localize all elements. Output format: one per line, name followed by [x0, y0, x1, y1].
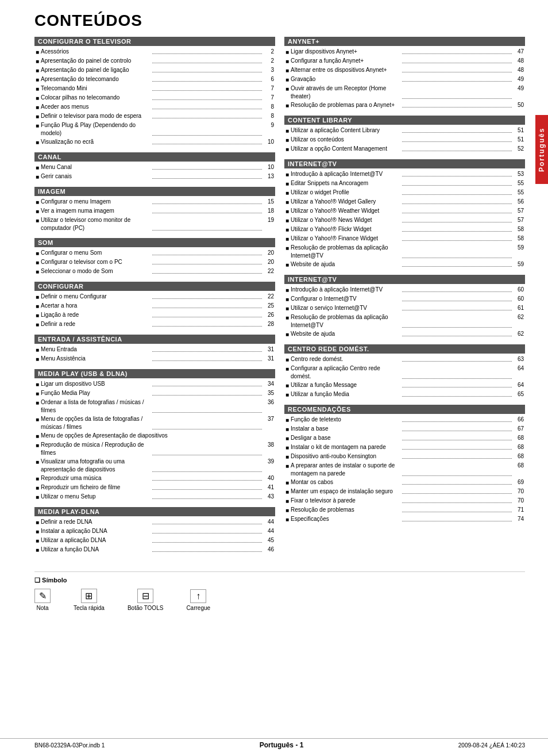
- item-dots: [402, 488, 512, 494]
- bullet-icon: ■: [285, 356, 289, 364]
- item-page: 40: [264, 474, 274, 482]
- list-item: ■Website de ajuda59: [285, 260, 524, 269]
- item-label: Utilizar a função Message: [291, 381, 400, 389]
- item-page: 67: [514, 425, 524, 433]
- list-item: ■Configurar o menu Som20: [36, 249, 274, 258]
- bullet-icon: ■: [36, 67, 39, 75]
- bullet-icon: ■: [36, 528, 39, 536]
- section-items-entrada-assistencia: ■Menu Entrada31■Menu Assistência31: [34, 346, 275, 363]
- item-label: A preparar antes de instalar o suporte d…: [291, 462, 400, 478]
- item-dots: [402, 515, 512, 521]
- item-label: Apresentação do painel de ligação: [41, 66, 150, 74]
- bullet-icon: ■: [36, 519, 39, 527]
- item-dots: [152, 267, 262, 274]
- item-page: 58: [514, 225, 524, 233]
- list-item: ■Apresentação do painel de controlo2: [36, 57, 274, 66]
- list-item: ■Seleccionar o modo de Som22: [36, 267, 274, 276]
- item-dots: [402, 75, 512, 82]
- list-item: ■Reproduzir uma música40: [36, 474, 274, 483]
- bullet-icon: ■: [285, 305, 289, 313]
- list-item: ■Telecomando Mini7: [36, 85, 274, 93]
- list-item: ■Centro rede domést.63: [285, 355, 524, 364]
- bullet-icon: ■: [36, 312, 39, 320]
- list-item: ■Resolução de problemas71: [285, 506, 524, 515]
- item-label: Menu Assistência: [41, 355, 150, 363]
- item-dots: [402, 170, 512, 176]
- item-dots: [402, 416, 512, 422]
- item-label: Website de ajuda: [291, 260, 400, 268]
- item-label: Resolução de problemas da aplicação Inte…: [291, 244, 400, 260]
- item-dots: [152, 483, 262, 490]
- item-label: Colocar pilhas no telecomando: [41, 94, 150, 102]
- item-page: 59: [514, 244, 524, 260]
- bullet-icon: ■: [285, 331, 289, 339]
- item-page: 66: [514, 416, 524, 424]
- section-header-entrada-assistencia: ENTRADA / ASSISTÊNCIA: [34, 335, 275, 344]
- item-page: 52: [514, 145, 524, 153]
- item-dots: [152, 389, 262, 396]
- item-page: 49: [514, 85, 524, 101]
- list-item: ■Utilizar o serviço Internet@TV61: [285, 304, 524, 313]
- bullet-icon: ■: [285, 462, 289, 470]
- section-header-anynet: ANYNET+: [284, 37, 525, 46]
- symbol-section: ❑ Símbolo ✎Nota⊞Tecla rápida⊟Botão TOOLS…: [34, 571, 525, 611]
- item-page: 31: [264, 346, 274, 354]
- footer-center: Português - 1: [260, 741, 304, 749]
- bullet-icon: ■: [285, 76, 289, 84]
- list-item: ■Configurar o Internet@TV60: [285, 295, 524, 304]
- item-page: 68: [514, 443, 524, 451]
- section-configurar: CONFIGURAR■Definir o menu Configurar22■A…: [34, 282, 275, 329]
- item-dots: [152, 138, 262, 144]
- item-label: Configurar o menu Imagem: [41, 198, 150, 206]
- item-dots: [402, 452, 512, 459]
- bullet-icon: ■: [36, 293, 39, 301]
- bullet-icon: ■: [36, 537, 39, 545]
- bullet-icon: ■: [285, 217, 289, 225]
- item-dots: [402, 355, 512, 362]
- item-dots: [402, 136, 512, 142]
- section-header-content-library: CONTENT LIBRARY: [284, 116, 525, 125]
- item-page: 28: [264, 320, 274, 328]
- list-item: ■Menu de opções de Apresentação de diapo…: [36, 432, 274, 440]
- list-item: ■Definir o menu Configurar22: [36, 293, 274, 301]
- item-page: 68: [514, 452, 524, 460]
- list-item: ■Visualização no ecrã10: [36, 138, 274, 147]
- section-internet-tv-2: INTERNET@TV■Introdução à aplicação Inter…: [284, 275, 525, 339]
- item-page: 56: [514, 198, 524, 206]
- item-label: Configurar o televisor com o PC: [41, 258, 150, 266]
- item-page: 58: [514, 235, 524, 243]
- item-page: 70: [514, 497, 524, 505]
- page-footer: BN68-02329A-03Por.indb 1 Português - 1 2…: [0, 738, 548, 749]
- item-dots: [152, 66, 262, 72]
- section-items-internet-tv-2: ■Introdução à aplicação Internet@TV60■Co…: [284, 286, 525, 339]
- item-label: Menu de opções de Apresentação de diapos…: [41, 432, 274, 440]
- item-page: 6: [264, 75, 274, 83]
- item-label: Utilizar o Yahoo!® Finance Widget: [291, 235, 400, 243]
- item-dots: [402, 189, 512, 195]
- section-centro-rede: CENTRO REDE DOMÉST.■Centro rede domést.6…: [284, 344, 525, 399]
- item-dots: [402, 390, 512, 397]
- item-page: 19: [264, 216, 274, 232]
- list-item: ■Ouvir através de um Receptor (Home thea…: [285, 85, 524, 101]
- item-page: 20: [264, 258, 274, 266]
- item-label: Definir o menu Configurar: [41, 293, 150, 301]
- section-header-canal: CANAL: [34, 152, 275, 162]
- symbol-icon: ⊟: [137, 589, 153, 603]
- item-label: Instalar a aplicação DLNA: [41, 527, 150, 535]
- section-recomendacoes: RECOMENDAÇÕES■Função de teletexto66■Inst…: [284, 405, 525, 524]
- item-label: Utilizar o Yahoo!® Flickr Widget: [291, 225, 400, 233]
- item-label: Instalar a base: [291, 425, 400, 433]
- item-page: 68: [514, 434, 524, 442]
- item-dots: [152, 546, 262, 552]
- bullet-icon: ■: [285, 67, 289, 75]
- item-label: Gravação: [291, 75, 400, 83]
- item-label: Utilizar a aplicação Content Library: [291, 126, 400, 135]
- section-internet-tv-1: INTERNET@TV■Introdução à aplicação Inter…: [284, 159, 525, 269]
- item-label: Utilizar os conteúdos: [291, 136, 400, 144]
- bullet-icon: ■: [285, 506, 289, 515]
- item-dots: [152, 207, 262, 213]
- item-label: Função Plug & Play (Dependendo do modelo…: [41, 121, 150, 137]
- bullet-icon: ■: [285, 48, 289, 56]
- bullet-icon: ■: [36, 321, 39, 329]
- list-item: ■Configurar o televisor com o PC20: [36, 258, 274, 267]
